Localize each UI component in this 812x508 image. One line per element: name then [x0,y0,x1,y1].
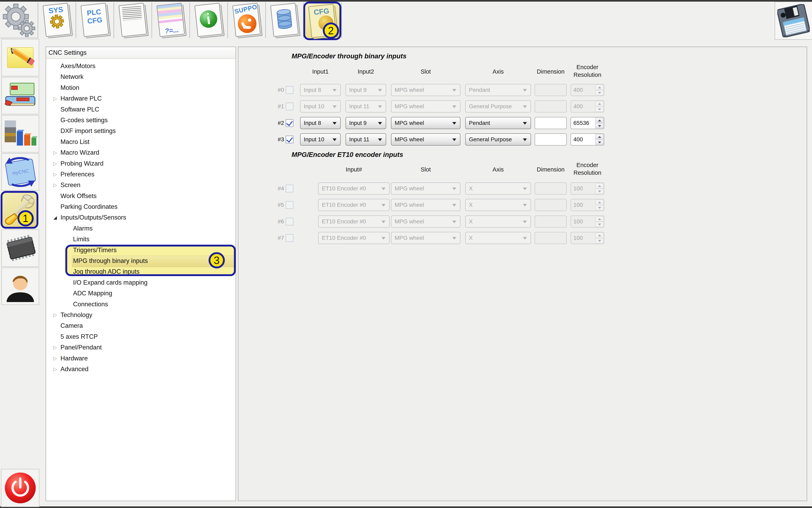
spin-up-icon[interactable] [595,200,604,205]
input2-dropdown[interactable]: Input 9 [346,117,386,129]
tree-item-dxf-import-settings[interactable]: DXF import settings [46,125,236,136]
spin-down-icon[interactable] [595,205,604,210]
spin-up-icon[interactable] [595,118,604,123]
slot-dropdown[interactable]: MPG wheel [391,215,460,228]
tree-item-advanced[interactable]: Advanced [46,364,236,374]
slot-dropdown[interactable]: MPG wheel [391,232,460,244]
tree-item-adc-mapping[interactable]: ADC Mapping [46,288,236,299]
row-enable-checkbox[interactable] [286,201,294,209]
encoder-resolution-spinner[interactable]: 100 [571,215,604,228]
dimension-field[interactable] [535,182,567,195]
dimension-field[interactable] [535,133,567,145]
dimension-field[interactable] [535,84,567,96]
tree-item-hardware[interactable]: Hardware [46,353,236,364]
spin-up-icon[interactable] [595,101,604,106]
dimension-field[interactable] [535,117,567,129]
save-button[interactable] [775,2,812,40]
spin-up-icon[interactable] [595,183,604,188]
input-number-dropdown[interactable]: ET10 Encoder #0 [318,182,390,195]
spin-up-icon[interactable] [595,216,604,221]
tree-collapsed-arrow-icon[interactable] [51,353,59,364]
toolbar-tab-plc-cfg[interactable]: PLC CFG [76,2,114,38]
encoder-resolution-spinner[interactable]: 400 [571,84,604,96]
tree-item-preferences[interactable]: Preferences [46,169,236,180]
encoder-resolution-spinner[interactable]: 100 [571,182,604,195]
tree-collapsed-arrow-icon[interactable] [51,158,59,169]
input2-dropdown[interactable]: Input 11 [346,100,386,113]
tree-item-macro-list[interactable]: Macro List [46,136,236,147]
tree-item-io-expand-cards-mapping[interactable]: I/O Expand cards mapping [46,277,236,288]
spin-up-icon[interactable] [595,134,604,139]
sidebar-hardware-button[interactable] [1,229,39,267]
tree-item-work-offsets[interactable]: Work Offsets [46,190,236,201]
slot-dropdown[interactable]: MPG wheel [391,84,460,96]
row-enable-checkbox[interactable] [286,185,294,193]
tree-item-panel-pendant[interactable]: Panel/Pendant [46,342,236,353]
spin-down-icon[interactable] [595,123,604,128]
row-enable-checkbox[interactable] [286,136,294,143]
axis-dropdown[interactable]: X [465,199,531,211]
tree-item-inputs-outputs-sensors[interactable]: Inputs/Outputs/Sensors [46,212,236,223]
tree-item-network[interactable]: Network [46,71,236,82]
slot-dropdown[interactable]: MPG wheel [391,117,460,129]
sidebar-user-button[interactable] [1,267,39,305]
input1-dropdown[interactable]: Input 10 [300,133,341,145]
slot-dropdown[interactable]: MPG wheel [391,199,460,211]
sidebar-edit-button[interactable] [1,39,39,76]
tree-collapsed-arrow-icon[interactable] [51,180,59,190]
encoder-resolution-spinner[interactable]: 400 [571,133,604,145]
encoder-resolution-spinner[interactable]: 400 [571,100,604,113]
tree-item-limits[interactable]: Limits [46,234,236,245]
toolbar-tab-info[interactable] [190,2,227,38]
sidebar-mycnc-rotate-button[interactable]: myCNC [1,153,39,190]
spin-up-icon[interactable] [595,233,604,238]
tree-collapsed-arrow-icon[interactable] [51,309,59,320]
dimension-field[interactable] [535,232,567,244]
spin-down-icon[interactable] [595,238,604,243]
tree-item-parking-coordinates[interactable]: Parking Coordinates [46,201,236,212]
encoder-resolution-spinner[interactable]: 65536 [571,117,604,129]
tree-collapsed-arrow-icon[interactable] [51,93,59,104]
slot-dropdown[interactable]: MPG wheel [391,133,460,145]
tree-item-software-plc[interactable]: Software PLC [46,104,236,115]
tree-item-technology[interactable]: Technology [46,309,236,320]
tree-item-macro-wizard[interactable]: Macro Wizard [46,147,236,158]
toolbar-tab-support[interactable]: SUPPORT [227,2,265,38]
row-enable-checkbox[interactable] [286,234,294,242]
axis-dropdown[interactable]: General Purpose [465,100,531,113]
tree-expanded-arrow-icon[interactable] [51,212,59,223]
toolbar-tab-sys[interactable]: SYS [38,2,76,38]
tree-collapsed-arrow-icon[interactable] [51,364,59,374]
main-settings-gears-button[interactable] [0,2,38,38]
row-enable-checkbox[interactable] [286,86,294,94]
input2-dropdown[interactable]: Input 11 [346,133,386,145]
spin-down-icon[interactable] [595,107,604,112]
tree-collapsed-arrow-icon[interactable] [51,342,59,353]
axis-dropdown[interactable]: Pendant [465,84,531,96]
input-number-dropdown[interactable]: ET10 Encoder #0 [318,232,390,244]
encoder-resolution-spinner[interactable]: 100 [571,199,604,211]
tree-item-hardware-plc[interactable]: Hardware PLC [46,93,236,104]
tree-item-screen[interactable]: Screen [46,180,236,190]
axis-dropdown[interactable]: Pendant [465,117,531,129]
tree-item-5-axes-rtcp[interactable]: 5 axes RTCP [46,331,236,342]
encoder-resolution-spinner[interactable]: 100 [571,232,604,244]
toolbar-tab-macro-doc[interactable]: ?=... [152,2,190,38]
spin-down-icon[interactable] [595,222,604,227]
toolbar-tab-text-doc[interactable] [114,2,152,38]
slot-dropdown[interactable]: MPG wheel [391,182,460,195]
dimension-field[interactable] [535,215,567,228]
tree-collapsed-arrow-icon[interactable] [51,147,59,158]
axis-dropdown[interactable]: X [465,182,531,195]
tree-item-axes-motors[interactable]: Axes/Motors [46,60,236,71]
axis-dropdown[interactable]: X [465,232,531,244]
slot-dropdown[interactable]: MPG wheel [391,100,460,113]
spin-down-icon[interactable] [595,189,604,194]
sidebar-settings-button[interactable]: 1 [1,191,38,229]
input1-dropdown[interactable]: Input 8 [300,117,341,129]
spin-down-icon[interactable] [595,140,604,145]
row-enable-checkbox[interactable] [286,218,294,225]
axis-dropdown[interactable]: X [465,215,531,228]
toolbar-tab-database[interactable] [265,2,303,38]
input1-dropdown[interactable]: Input 8 [300,84,341,96]
